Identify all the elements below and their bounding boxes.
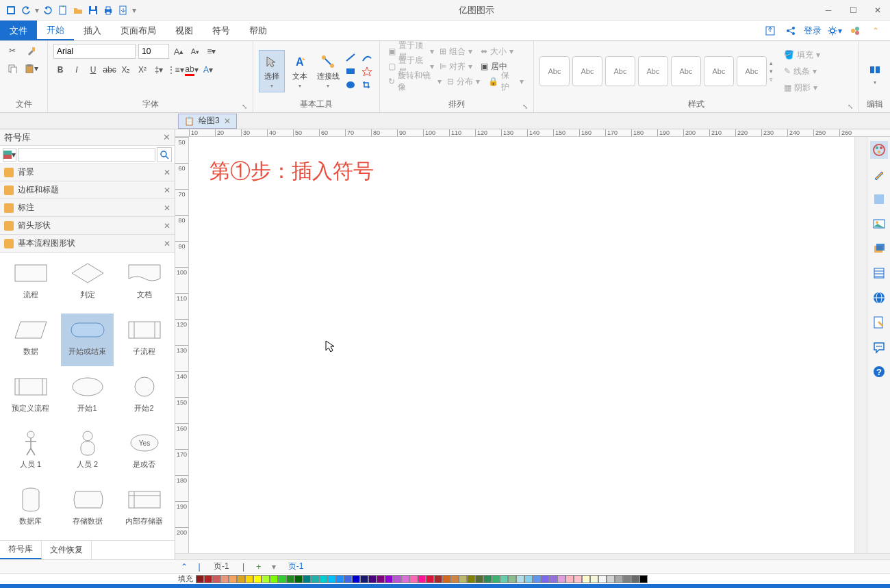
color-swatch[interactable]: [303, 575, 311, 583]
symbol-category-icon[interactable]: ▾: [3, 148, 16, 162]
page-nav-up-icon[interactable]: ⌃: [178, 562, 190, 572]
menu-view[interactable]: 视图: [166, 21, 203, 40]
highlight-icon[interactable]: ab▾: [185, 63, 199, 77]
symbol-yes-no[interactable]: Yes是或否: [118, 426, 170, 479]
menu-file[interactable]: 文件: [0, 21, 37, 40]
color-swatch[interactable]: [311, 575, 319, 583]
save-icon[interactable]: [86, 3, 100, 17]
page-current-tab[interactable]: 页-1: [283, 561, 309, 572]
color-swatch[interactable]: [377, 575, 385, 583]
symbol-document[interactable]: 文档: [118, 257, 170, 309]
curve-shape-icon[interactable]: [360, 52, 374, 63]
color-swatch[interactable]: [335, 575, 344, 583]
color-swatch[interactable]: [549, 575, 557, 583]
brand-icon[interactable]: [848, 23, 863, 38]
color-swatch[interactable]: [516, 575, 524, 583]
symbol-cat-border[interactable]: 边框和标题✕: [0, 181, 175, 199]
star-shape-icon[interactable]: [360, 66, 374, 77]
cat-close-icon[interactable]: ✕: [164, 186, 170, 195]
color-swatch[interactable]: [631, 575, 639, 583]
fill-button[interactable]: 🪣填充▾: [781, 47, 823, 62]
symbol-panel-close-icon[interactable]: ✕: [163, 132, 170, 142]
symbol-search-input[interactable]: [18, 148, 155, 162]
decrease-font-icon[interactable]: A▾: [188, 44, 202, 58]
symbol-cat-flowchart[interactable]: 基本流程图形状✕: [0, 235, 175, 253]
style-preset-5[interactable]: Abc: [671, 56, 701, 86]
color-swatch[interactable]: [450, 575, 459, 583]
align-dropdown-icon[interactable]: ≡▾: [205, 44, 218, 58]
edit-page-icon[interactable]: [870, 314, 888, 331]
canvas[interactable]: 第①步：插入符号: [189, 137, 854, 553]
color-swatch[interactable]: [294, 575, 303, 583]
document-tab[interactable]: 📋 绘图3 ✕: [178, 114, 237, 129]
color-swatch[interactable]: [220, 575, 229, 583]
color-swatch[interactable]: [434, 575, 442, 583]
color-swatch[interactable]: [557, 575, 565, 583]
select-tool[interactable]: 选择 ▾: [259, 50, 285, 92]
share-icon[interactable]: [783, 23, 798, 38]
crop-shape-icon[interactable]: [360, 79, 374, 90]
color-swatch[interactable]: [229, 575, 237, 583]
menu-home[interactable]: 开始: [37, 21, 74, 40]
color-swatch[interactable]: [590, 575, 598, 583]
symbol-store-data[interactable]: 存储数据: [61, 483, 114, 536]
qat-dropdown-icon[interactable]: ▾: [34, 3, 40, 17]
horizontal-scrollbar[interactable]: [175, 553, 890, 560]
style-scroll-down[interactable]: ▾: [770, 68, 773, 75]
menu-symbol[interactable]: 符号: [203, 21, 240, 40]
color-swatch[interactable]: [393, 575, 401, 583]
symbol-cat-arrow[interactable]: 箭头形状✕: [0, 217, 175, 235]
panel-tab-symbols[interactable]: 符号库: [0, 541, 42, 559]
color-swatch[interactable]: [492, 575, 500, 583]
collapse-ribbon-icon[interactable]: ⌃: [868, 23, 883, 38]
layer-icon[interactable]: [870, 240, 888, 257]
font-name-select[interactable]: [53, 44, 136, 59]
page-add-icon[interactable]: +: [253, 562, 265, 572]
color-swatch[interactable]: [212, 575, 220, 583]
line-spacing-icon[interactable]: ‡▾: [152, 63, 166, 77]
login-button[interactable]: 登录: [804, 23, 822, 38]
color-swatch[interactable]: [475, 575, 483, 583]
color-swatch[interactable]: [582, 575, 590, 583]
paste-icon[interactable]: ▾: [25, 62, 38, 75]
ellipse-shape-icon[interactable]: [344, 79, 357, 90]
cut-icon[interactable]: ✂: [5, 44, 19, 57]
color-swatch[interactable]: [598, 575, 607, 583]
symbol-person2[interactable]: 人员 2: [61, 426, 114, 479]
shadow-button[interactable]: ▦阴影▾: [781, 80, 823, 95]
share-export-icon[interactable]: [763, 23, 778, 38]
redo-icon[interactable]: [41, 3, 55, 17]
arrange-launcher-icon[interactable]: ⤡: [522, 103, 531, 111]
menu-page-layout[interactable]: 页面布局: [111, 21, 166, 40]
color-swatch[interactable]: [483, 575, 492, 583]
color-swatch[interactable]: [368, 575, 377, 583]
color-swatch[interactable]: [459, 575, 467, 583]
maximize-button[interactable]: ☐: [841, 0, 865, 21]
style-preset-1[interactable]: Abc: [539, 56, 570, 86]
symbol-start2[interactable]: 开始2: [118, 370, 170, 423]
doc-tab-close-icon[interactable]: ✕: [224, 116, 231, 126]
color-swatch[interactable]: [467, 575, 475, 583]
qat-thumbnail-icon[interactable]: [4, 3, 18, 17]
page-icon[interactable]: [870, 190, 888, 208]
symbol-start-end[interactable]: 开始或结束: [61, 314, 114, 366]
underline-icon[interactable]: U: [86, 63, 100, 77]
symbol-process[interactable]: 流程: [4, 257, 57, 309]
panel-tab-recovery[interactable]: 文件恢复: [42, 541, 92, 559]
help-icon[interactable]: ?: [870, 363, 888, 381]
find-button[interactable]: ▾: [865, 55, 885, 88]
pencil-icon[interactable]: [870, 166, 888, 183]
properties-icon[interactable]: [870, 264, 888, 282]
minimize-button[interactable]: ─: [816, 0, 841, 21]
color-swatch[interactable]: [639, 575, 648, 583]
size-button[interactable]: ⬌大小▾: [478, 44, 519, 59]
page-nav-last-icon[interactable]: |: [238, 562, 250, 572]
connector-tool[interactable]: 连接线 ▾: [316, 51, 341, 92]
color-swatch[interactable]: [574, 575, 582, 583]
close-button[interactable]: ✕: [865, 0, 890, 21]
style-scroll-up[interactable]: ▴: [770, 60, 773, 66]
paint-brush-icon[interactable]: [25, 44, 38, 57]
color-swatch[interactable]: [319, 575, 327, 583]
color-swatch[interactable]: [615, 575, 623, 583]
color-swatch[interactable]: [500, 575, 508, 583]
